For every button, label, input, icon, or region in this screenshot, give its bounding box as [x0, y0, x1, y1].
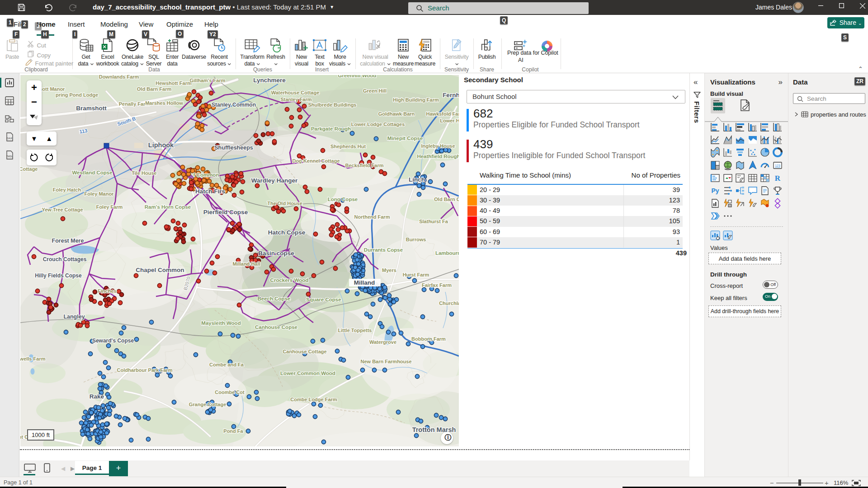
svg-text:Liphook: Liphook — [148, 141, 174, 149]
svg-text:Yew Tree Cottage: Yew Tree Cottage — [42, 207, 83, 212]
svg-text:Northend Farm: Northend Farm — [354, 214, 390, 220]
svg-text:Westland Copse: Westland Copse — [72, 170, 112, 175]
svg-text:Ingleby House: Ingleby House — [421, 143, 455, 149]
svg-text:Hurst Farm: Hurst Farm — [403, 272, 429, 277]
svg-text:hott Manor: hott Manor — [39, 86, 66, 92]
svg-text:Combe and Fa: Combe and Fa — [209, 362, 244, 367]
svg-text:Lower Lodge Cottages: Lower Lodge Cottages — [351, 122, 405, 127]
svg-text:Hilly Fields Copse: Hilly Fields Copse — [35, 272, 82, 279]
svg-text:Myers: Myers — [382, 267, 396, 273]
svg-text:Parkgate Rough: Parkgate Rough — [311, 126, 351, 131]
svg-text:123: 123 — [775, 164, 780, 167]
svg-text:Minepit Copse: Minepit Copse — [387, 136, 423, 141]
svg-text:Canhouse Cottage: Canhouse Cottage — [283, 349, 326, 354]
svg-text:Stanley Common: Stanley Common — [212, 102, 256, 108]
svg-text:Hatch Firs: Hatch Firs — [195, 188, 225, 195]
svg-text:Combe Lodge Farm: Combe Lodge Farm — [290, 397, 337, 402]
svg-text:Cottage: Cottage — [20, 166, 38, 172]
svg-text:Slathurst Fa: Slathurst Fa — [419, 219, 448, 224]
svg-text:Milland: Milland — [354, 279, 375, 286]
svg-text:Foley Manor: Foley Manor — [85, 191, 114, 197]
svg-text:Downlands Farm: Downlands Farm — [99, 75, 139, 80]
svg-text:Hawksfold Farm: Hawksfold Farm — [426, 111, 459, 117]
svg-text:Old Barn Farm: Old Barn Farm — [137, 86, 172, 92]
svg-text:The Old House: The Old House — [267, 201, 302, 206]
svg-text:Hewshott Farm: Hewshott Farm — [156, 80, 192, 86]
svg-text:Maysleith Wood: Maysleith Wood — [201, 320, 241, 326]
svg-text:Gillham's Farm: Gillham's Farm — [189, 78, 225, 83]
svg-text:Lambourn: Lambourn — [435, 250, 459, 256]
svg-text:Ram's Horn Copse: Ram's Horn Copse — [145, 204, 191, 210]
svg-text:Py: Py — [711, 187, 719, 194]
svg-text:Shulbrede Buildings: Shulbrede Buildings — [308, 102, 357, 108]
svg-text:Foley Hatch: Foley Hatch — [53, 187, 81, 192]
svg-text:Shufflesheeps: Shufflesheeps — [214, 145, 253, 151]
svg-text:f Common: f Common — [193, 172, 219, 178]
svg-text:Grange Cottage: Grange Cottage — [189, 402, 226, 407]
svg-text:Beech Copse: Beech Copse — [258, 296, 291, 301]
svg-text:Basin copse: Basin copse — [258, 250, 294, 257]
svg-text:Becksfield Farm: Becksfield Farm — [345, 163, 384, 168]
svg-text:Chapel Common: Chapel Common — [136, 267, 184, 273]
svg-text:Coldharbour Park Farm: Coldharbour Park Farm — [117, 367, 173, 373]
svg-text:Bramshott: Bramshott — [76, 105, 107, 112]
svg-text:Durrants Copse: Durrants Copse — [364, 247, 403, 253]
svg-text:Crouch Cottages: Crouch Cottages — [43, 256, 87, 263]
svg-text:Greenhill Wood: Greenhill Wood — [338, 75, 377, 78]
svg-text:Lower Ha: Lower Ha — [440, 118, 459, 123]
svg-text:Milland Hall: Milland Hall — [232, 261, 260, 267]
svg-text:Marshes Hollow: Marshes Hollow — [145, 100, 183, 106]
svg-text:Lynchmere: Lynchmere — [253, 77, 286, 84]
svg-text:Wardley Hanger: Wardley Hanger — [251, 177, 298, 184]
svg-text:Churchla: Churchla — [439, 300, 459, 306]
svg-text:Linch: Linch — [409, 176, 425, 183]
svg-text:DAX: DAX — [7, 137, 12, 140]
svg-text:Waterhouse Cottage: Waterhouse Cottage — [271, 90, 320, 95]
svg-text:Tile House: Tile House — [132, 170, 156, 176]
svg-text:Burrows: Burrows — [406, 237, 426, 242]
svg-text:Stanley Farm: Stanley Farm — [280, 97, 311, 102]
svg-text:Goldhawk Barn: Goldhawk Barn — [378, 111, 415, 117]
svg-text:New Barn Farmhouse: New Barn Farmhouse — [360, 359, 411, 364]
svg-text:R: R — [774, 174, 780, 183]
svg-text:wells Farm: wells Farm — [20, 356, 46, 361]
svg-text:Old Barn C: Old Barn C — [434, 197, 459, 202]
svg-text:113: 113 — [79, 128, 88, 134]
svg-text:Heathfield Rough: Heathfield Rough — [417, 154, 459, 159]
svg-text:Crockers Wood: Crockers Wood — [270, 277, 309, 283]
svg-text:Pierfield Copse: Pierfield Copse — [203, 209, 248, 216]
svg-text:Rake: Rake — [90, 393, 104, 400]
svg-text:Fairfax Farm: Fairfax Farm — [422, 282, 452, 288]
svg-text:Little Toppetts: Little Toppetts — [338, 328, 372, 333]
svg-text:Square Copse: Square Copse — [306, 297, 341, 302]
svg-text:pring Pond Lodge: pring Pond Lodge — [56, 92, 98, 98]
svg-text:Foley Farm: Foley Farm — [96, 204, 123, 210]
svg-text:Fernhu: Fernhu — [443, 92, 459, 99]
svg-text:Langley: Langley — [63, 314, 85, 320]
svg-text:TMDL: TMDL — [6, 155, 13, 158]
svg-text:Green Hill: Green Hill — [363, 88, 387, 94]
svg-text:Coombe Cot: Coombe Cot — [215, 389, 245, 395]
svg-text:Hatch Copse: Hatch Copse — [268, 229, 306, 236]
svg-text:Bobborn Farm: Bobborn Farm — [411, 336, 446, 342]
svg-text:Shepherds Hut: Shepherds Hut — [330, 144, 366, 149]
svg-text:Seward's Copse: Seward's Copse — [92, 338, 134, 344]
svg-text:Pond Fa: Pond Fa — [223, 428, 243, 434]
svg-text:Finches: Finches — [98, 288, 117, 294]
svg-text:Lower Common Wood: Lower Common Wood — [280, 371, 335, 376]
svg-text:Long Copse: Long Copse — [328, 197, 358, 202]
svg-text:Canhouse Copse: Canhouse Copse — [255, 324, 297, 330]
svg-text:High Building Farm: High Building Farm — [393, 97, 439, 103]
svg-text:Dog Kennel Cottage: Dog Kennel Cottage — [292, 158, 340, 164]
svg-text:Forest Mere: Forest Mere — [52, 238, 84, 244]
svg-text:Watergrove: Watergrove — [369, 339, 396, 345]
